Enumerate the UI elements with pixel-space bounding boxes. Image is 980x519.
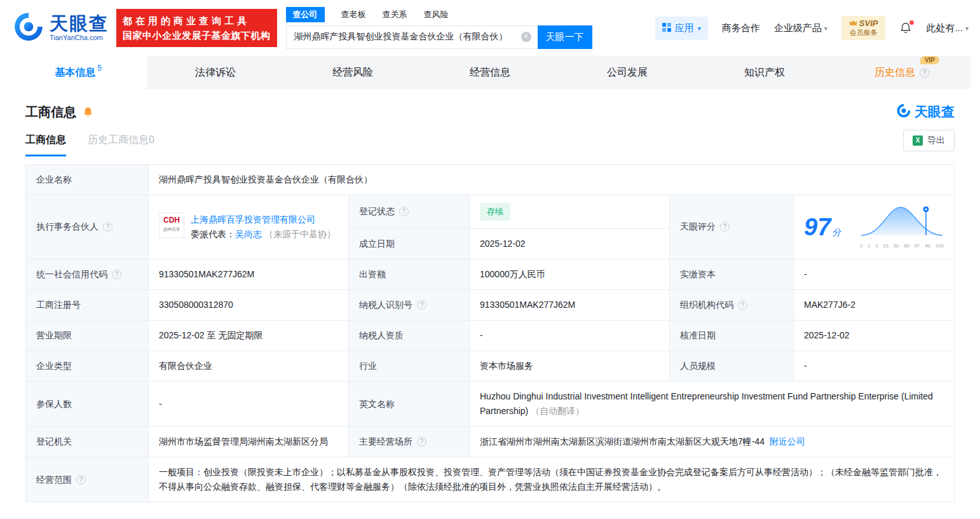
partner-company-link[interactable]: 上海鼎晖百孚投资管理有限公司 xyxy=(191,214,315,225)
brand-name: 天眼查 xyxy=(50,14,109,33)
search-tab-risk[interactable]: 查风险 xyxy=(424,9,449,20)
section-header: 工商信息 天眼查 xyxy=(0,89,980,121)
score-value: 97 xyxy=(804,214,831,240)
top-header: 天眼查 TianYanCha.com 都在用的商业查询工具 国家中小企业发展子基… xyxy=(0,0,980,56)
field-label-english-name: 英文名称 xyxy=(349,382,470,427)
subtab-business-info[interactable]: 工商信息 xyxy=(25,134,66,156)
promo-line1: 都在用的商业查询工具 xyxy=(123,13,271,28)
field-label-registration-status: 登记状态 ? xyxy=(349,195,470,228)
help-icon[interactable]: ? xyxy=(112,270,121,279)
subtab-history-business-info[interactable]: 历史工商信息0 xyxy=(88,134,154,156)
field-label-insured-count: 参保人数 xyxy=(26,382,149,427)
help-icon[interactable]: ? xyxy=(76,475,86,485)
score-axis-labels: 0131550859799100 xyxy=(860,242,944,250)
field-value-tianyan-score: 97分 0131550859799100 xyxy=(794,195,955,260)
search-tabs: 查公司 查老板 查关系 查风险 xyxy=(286,8,592,22)
field-value-taxpayer-quality: - xyxy=(470,321,670,351)
business-info-table: 企业名称 湖州鼎晖产投具智创业投资基金合伙企业（有限合伙） 执行事务合伙人 ? … xyxy=(25,164,955,502)
field-label-tianyan-score: 天眼评分 ? xyxy=(670,195,794,260)
field-label-executive-partner: 执行事务合伙人 ? xyxy=(26,195,149,260)
field-value-executive-partner: CDH 鼎晖百孚 上海鼎晖百孚投资管理有限公司 委派代表：吴尚志 （来源于中基协… xyxy=(149,195,349,260)
field-label-business-scope: 经营范围 ? xyxy=(26,457,149,502)
field-label-paid-capital: 实缴资本 xyxy=(670,260,794,290)
help-icon[interactable]: ? xyxy=(417,437,426,446)
field-value-staff-size: - xyxy=(794,351,955,382)
export-button[interactable]: X 导出 xyxy=(903,130,955,151)
tab-basic-info[interactable]: 基本信息 5 xyxy=(10,56,147,89)
menu-business-cooperation[interactable]: 商务合作 xyxy=(722,22,760,34)
nearby-companies-link[interactable]: 附近公司 xyxy=(770,436,805,446)
search-tab-relation[interactable]: 查关系 xyxy=(383,9,407,20)
subtab-row: 工商信息 历史工商信息0 X 导出 xyxy=(0,121,980,156)
field-label-registration-authority: 登记机关 xyxy=(26,427,149,457)
field-label-company-name: 企业名称 xyxy=(26,165,149,195)
field-value-business-scope: 一般项目：创业投资（限投资未上市企业）；以私募基金从事股权投资、投资管理、资产管… xyxy=(149,457,955,502)
tab-company-development[interactable]: 公司发展 xyxy=(559,56,696,89)
field-value-registration-status: 存续 xyxy=(470,195,670,228)
help-icon[interactable]: ? xyxy=(738,300,747,310)
tab-intellectual-property[interactable]: 知识产权 xyxy=(696,56,833,89)
help-icon[interactable]: ? xyxy=(399,207,409,216)
promo-badge: 都在用的商业查询工具 国家中小企业发展子基金旗下机构 xyxy=(116,9,277,47)
field-label-org-code: 组织机构代码 ? xyxy=(670,290,794,321)
field-value-org-code: MAK277J6-2 xyxy=(794,290,955,321)
field-label-industry: 行业 xyxy=(349,351,470,382)
promo-line2: 国家中小企业发展子基金旗下机构 xyxy=(123,28,271,43)
field-value-approval-date: 2025-12-02 xyxy=(794,321,955,351)
search-area: 查公司 查老板 查关系 查风险 × 天眼一下 xyxy=(286,8,592,49)
field-label-taxpayer-quality: 纳税人资质 xyxy=(349,321,470,351)
field-value-capital: 100000万人民币 xyxy=(470,260,670,290)
help-icon[interactable]: ? xyxy=(417,300,426,310)
search-tab-company[interactable]: 查公司 xyxy=(286,7,325,22)
representative-link[interactable]: 吴尚志 xyxy=(235,229,262,239)
field-value-taxpayer-id: 91330501MAK277J62M xyxy=(470,290,670,321)
field-value-credit-code: 91330501MAK277J62M xyxy=(149,260,349,290)
menu-enterprise-products[interactable]: 企业级产品 ▾ xyxy=(774,22,827,34)
field-value-industry: 资本市场服务 xyxy=(470,351,670,382)
tab-legal-proceedings[interactable]: 法律诉讼 xyxy=(147,56,284,89)
notification-dot xyxy=(909,20,914,25)
field-label-credit-code: 统一社会信用代码 ? xyxy=(26,260,149,290)
tab-basic-info-count: 5 xyxy=(97,64,102,73)
field-label-company-type: 企业类型 xyxy=(26,351,149,382)
field-value-paid-capital: - xyxy=(794,260,955,290)
company-section-tabs: 基本信息 5 法律诉讼 经营风险 经营信息 公司发展 知识产权 历史信息 VIP… xyxy=(10,56,970,89)
field-label-establish-date: 成立日期 xyxy=(349,229,470,260)
tab-history-info[interactable]: 历史信息 VIP ? xyxy=(833,56,970,89)
help-icon[interactable]: ? xyxy=(103,222,112,232)
field-label-capital: 出资额 xyxy=(349,260,470,290)
field-label-staff-size: 人员规模 xyxy=(670,351,794,382)
field-value-company-type: 有限合伙企业 xyxy=(149,351,349,382)
vip-badge: VIP xyxy=(920,56,939,64)
account-menu[interactable]: 此处有... ▾ xyxy=(926,22,969,34)
tianyancha-logo[interactable]: 天眼查 TianYanCha.com xyxy=(13,11,109,45)
field-label-taxpayer-id: 纳税人识别号 ? xyxy=(349,290,470,321)
help-icon[interactable]: ? xyxy=(920,68,929,78)
help-icon[interactable]: ? xyxy=(720,222,730,232)
field-value-english-name: Huzhou Dinghui Industrial Investment Int… xyxy=(470,382,955,427)
apps-label: 应用 xyxy=(675,22,694,34)
tianyancha-watermark: 天眼查 xyxy=(896,103,955,121)
tab-operating-info[interactable]: 经营信息 xyxy=(421,56,559,89)
partner-company-logo: CDH 鼎晖百孚 xyxy=(159,212,184,238)
chevron-down-icon: ▾ xyxy=(698,25,701,32)
field-value-insured-count: - xyxy=(149,382,349,427)
section-title: 工商信息 xyxy=(25,104,76,121)
svip-member-badge[interactable]: SVIP 会员服务 xyxy=(841,16,886,40)
field-value-business-address: 浙江省湖州市湖州南太湖新区滨湖街道湖州市南太湖新区大观天地7幢-44 附近公司 xyxy=(470,427,955,457)
field-label-business-address: 主要经营场所 ? xyxy=(349,427,470,457)
search-tab-boss[interactable]: 查老板 xyxy=(341,9,366,20)
search-input[interactable] xyxy=(286,25,538,49)
field-value-registration-authority: 湖州市市场监督管理局湖州南太湖新区分局 xyxy=(149,427,349,457)
field-label-registration-number: 工商注册号 xyxy=(26,290,149,321)
clear-search-icon[interactable]: × xyxy=(521,32,531,42)
tianyancha-swirl-icon xyxy=(13,11,44,45)
tab-operating-risk[interactable]: 经营风险 xyxy=(284,56,421,89)
notification-bell-icon[interactable] xyxy=(899,22,912,34)
subscribe-bell-icon[interactable] xyxy=(82,106,94,118)
apps-menu[interactable]: 应用 ▾ xyxy=(655,17,708,40)
search-button[interactable]: 天眼一下 xyxy=(538,25,592,49)
crown-icon xyxy=(849,18,857,29)
apps-grid-icon xyxy=(662,23,671,34)
field-label-business-term: 营业期限 xyxy=(26,321,149,351)
